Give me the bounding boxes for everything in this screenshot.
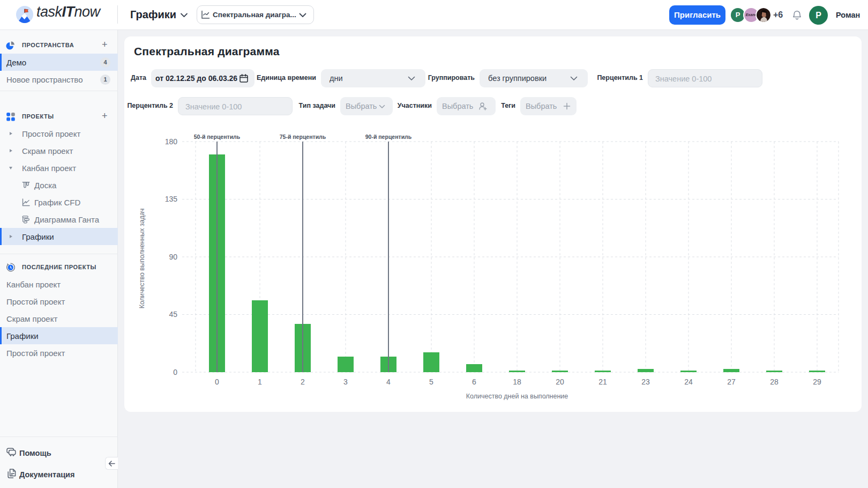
svg-text:75-й перцентиль: 75-й перцентиль [280, 134, 326, 140]
svg-text:3: 3 [343, 378, 348, 386]
svg-text:1: 1 [258, 378, 262, 386]
svg-text:2: 2 [301, 378, 305, 386]
svg-text:6: 6 [472, 378, 476, 386]
svg-text:Количество выполненных задач: Количество выполненных задач [138, 209, 146, 309]
svg-text:0: 0 [215, 378, 219, 386]
svg-text:0: 0 [173, 368, 177, 376]
svg-text:180: 180 [165, 137, 178, 146]
svg-text:24: 24 [684, 378, 693, 386]
svg-text:50-й перцентиль: 50-й перцентиль [194, 134, 241, 140]
svg-text:23: 23 [641, 378, 650, 386]
svg-text:5: 5 [429, 378, 433, 386]
svg-text:135: 135 [165, 195, 178, 203]
svg-text:4: 4 [386, 378, 391, 386]
svg-text:90-й перцентиль: 90-й перцентиль [365, 134, 412, 140]
svg-text:20: 20 [556, 378, 564, 386]
svg-text:45: 45 [169, 310, 177, 319]
svg-text:29: 29 [813, 378, 821, 386]
svg-text:90: 90 [169, 253, 177, 261]
svg-text:Количество дней на выполнение: Количество дней на выполнение [466, 393, 568, 400]
svg-text:27: 27 [727, 378, 736, 386]
svg-text:28: 28 [770, 378, 779, 386]
svg-text:18: 18 [513, 378, 521, 386]
svg-text:21: 21 [598, 378, 607, 386]
